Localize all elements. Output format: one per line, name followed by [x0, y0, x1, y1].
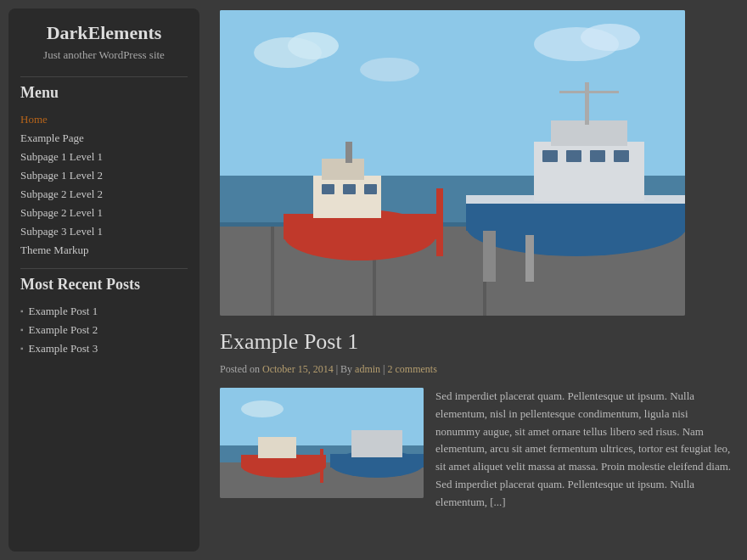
post-meta-by: | By: [336, 363, 352, 375]
svg-point-2: [288, 32, 339, 59]
sidebar: DarkElements Just another WordPress site…: [8, 8, 199, 552]
nav-item-sub3-l1[interactable]: Subpage 3 Level 1: [20, 222, 188, 241]
recent-post-1[interactable]: Example Post 1: [20, 302, 188, 321]
post-comments-link[interactable]: 2 comments: [387, 363, 436, 375]
svg-rect-26: [566, 150, 581, 162]
svg-rect-27: [590, 150, 605, 162]
post-thumbnail: [220, 388, 424, 498]
svg-rect-18: [364, 184, 377, 194]
post-date-link[interactable]: October 15, 2014: [262, 363, 334, 375]
svg-rect-32: [483, 231, 496, 282]
recent-post-link-3[interactable]: Example Post 3: [29, 342, 98, 356]
nav-item-sub2-l2[interactable]: Subpage 2 Level 2: [20, 185, 188, 204]
post-excerpt: Sed imperdiet placerat quam. Pellentesqu…: [435, 388, 735, 512]
nav-link-theme-markup[interactable]: Theme Markup: [20, 244, 89, 256]
svg-rect-21: [466, 201, 685, 231]
nav-item-sub2-l1[interactable]: Subpage 2 Level 1: [20, 204, 188, 222]
nav-item-example-page[interactable]: Example Page: [20, 129, 188, 148]
svg-rect-19: [345, 142, 352, 163]
svg-rect-31: [436, 188, 443, 256]
recent-posts-title: Most Recent Posts: [20, 276, 188, 294]
nav-link-sub2-l1[interactable]: Subpage 2 Level 1: [20, 206, 103, 219]
nav-link-sub1-l1[interactable]: Subpage 1 Level 1: [20, 150, 103, 163]
svg-rect-33: [525, 235, 534, 282]
svg-rect-40: [258, 437, 296, 458]
svg-rect-17: [343, 184, 356, 194]
svg-rect-16: [322, 184, 334, 194]
post-meta-prefix: Posted on: [220, 363, 260, 375]
nav-link-home[interactable]: Home: [20, 113, 48, 126]
nav-item-home[interactable]: Home: [20, 110, 188, 129]
recent-post-3[interactable]: Example Post 3: [20, 339, 188, 358]
hero-image: [220, 10, 685, 316]
nav-item-theme-markup[interactable]: Theme Markup: [20, 241, 188, 260]
svg-point-35: [241, 400, 284, 417]
recent-post-link-1[interactable]: Example Post 1: [29, 305, 98, 318]
site-title: DarkElements: [20, 22, 188, 44]
svg-rect-28: [614, 150, 629, 162]
main-content: Example Post 1 Posted on October 15, 201…: [208, 0, 747, 560]
post-author-link[interactable]: admin: [355, 363, 380, 375]
svg-rect-43: [351, 430, 402, 457]
nav-item-sub1-l1[interactable]: Subpage 1 Level 1: [20, 148, 188, 166]
svg-rect-9: [271, 227, 274, 316]
nav-link-sub2-l2[interactable]: Subpage 2 Level 2: [20, 188, 103, 200]
svg-rect-30: [559, 91, 619, 93]
recent-post-link-2[interactable]: Example Post 2: [29, 323, 98, 337]
recent-post-2[interactable]: Example Post 2: [20, 321, 188, 339]
nav-item-sub1-l2[interactable]: Subpage 1 Level 2: [20, 166, 188, 185]
post-meta-sep: |: [383, 363, 385, 375]
nav-link-sub1-l2[interactable]: Subpage 1 Level 2: [20, 169, 103, 182]
nav-link-sub3-l1[interactable]: Subpage 3 Level 1: [20, 225, 103, 238]
svg-rect-25: [542, 150, 558, 162]
svg-point-5: [581, 24, 640, 51]
svg-rect-14: [313, 176, 381, 218]
menu-title: Menu: [20, 84, 188, 102]
site-tagline: Just another WordPress site: [20, 48, 188, 63]
post-title: Example Post 1: [220, 329, 735, 355]
post-meta: Posted on October 15, 2014 | By admin | …: [220, 363, 735, 376]
svg-rect-15: [322, 159, 364, 180]
nav-menu: Home Example Page Subpage 1 Level 1 Subp…: [20, 110, 188, 260]
svg-rect-29: [585, 82, 589, 125]
svg-point-3: [360, 58, 419, 81]
svg-rect-44: [320, 449, 323, 483]
recent-posts-list: Example Post 1 Example Post 2 Example Po…: [20, 302, 188, 358]
nav-link-example-page[interactable]: Example Page: [20, 132, 84, 144]
post-content-row: Sed imperdiet placerat quam. Pellentesqu…: [220, 388, 735, 512]
